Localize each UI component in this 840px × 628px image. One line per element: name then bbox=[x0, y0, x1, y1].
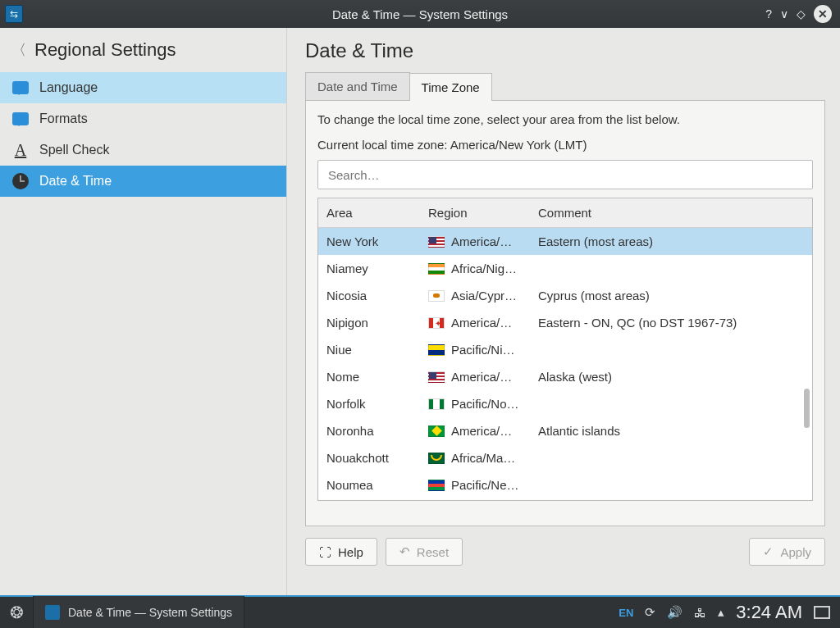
cell-region: America/… bbox=[423, 424, 528, 438]
cell-comment: Atlantic islands bbox=[528, 424, 812, 438]
flag-icon bbox=[428, 290, 445, 302]
table-row[interactable]: NiameyAfrica/Nig… bbox=[318, 255, 812, 282]
window-title: Date & Time — System Settings bbox=[332, 7, 508, 21]
cell-area: Nipigon bbox=[318, 316, 423, 330]
page-title: Date & Time bbox=[305, 39, 825, 62]
sidebar-item-date-time[interactable]: Date & Time bbox=[0, 166, 286, 197]
start-button[interactable]: ❂ bbox=[0, 596, 33, 628]
cell-region: America/… bbox=[423, 370, 528, 384]
cell-region: Pacific/No… bbox=[423, 397, 528, 411]
timezone-table: Area Region Comment New YorkAmerica/…Eas… bbox=[317, 198, 813, 501]
speech-bubble-icon bbox=[11, 110, 30, 128]
cell-region: Asia/Cypr… bbox=[423, 289, 528, 303]
cell-comment: Eastern - ON, QC (no DST 1967-73) bbox=[528, 316, 812, 330]
taskbar-task[interactable]: Date & Time — System Settings bbox=[33, 596, 244, 628]
cell-region: Africa/Nig… bbox=[423, 262, 528, 275]
spellcheck-icon: A bbox=[11, 141, 30, 159]
flag-icon bbox=[428, 371, 445, 383]
volume-icon[interactable]: 🔊 bbox=[667, 605, 682, 620]
reset-button[interactable]: ↶ Reset bbox=[386, 538, 463, 566]
table-row[interactable]: New YorkAmerica/…Eastern (most areas) bbox=[318, 228, 812, 255]
back-button[interactable]: 〈 Regional Settings bbox=[0, 28, 286, 72]
table-row[interactable]: NomeAmerica/…Alaska (west) bbox=[318, 363, 812, 390]
flag-icon bbox=[428, 480, 445, 491]
cell-region: Pacific/Ni… bbox=[423, 343, 528, 357]
speech-bubble-icon bbox=[11, 79, 30, 97]
network-icon[interactable]: 🖧 bbox=[694, 606, 706, 620]
sidebar-item-label: Spell Check bbox=[39, 143, 109, 157]
titlebar: ⇆ Date & Time — System Settings ? ∨ ◇ ✕ bbox=[0, 0, 840, 28]
minimize-icon[interactable]: ∨ bbox=[780, 7, 788, 20]
tab-time-zone[interactable]: Time Zone bbox=[410, 73, 492, 101]
table-row[interactable]: NiuePacific/Ni… bbox=[318, 336, 812, 363]
reset-button-label: Reset bbox=[417, 545, 449, 559]
search-input[interactable] bbox=[317, 160, 813, 189]
taskbar: ❂ Date & Time — System Settings EN ⟳ 🔊 🖧… bbox=[0, 595, 840, 628]
keyboard-layout-indicator[interactable]: EN bbox=[619, 607, 633, 619]
sidebar-item-label: Formats bbox=[39, 111, 88, 126]
flag-icon bbox=[428, 263, 445, 275]
scrollbar-thumb[interactable] bbox=[804, 389, 810, 428]
app-icon: ⇆ bbox=[5, 5, 23, 23]
tabs: Date and Time Time Zone bbox=[305, 72, 825, 100]
table-row[interactable]: NicosiaAsia/Cypr…Cyprus (most areas) bbox=[318, 282, 812, 309]
undo-icon: ↶ bbox=[399, 544, 410, 559]
task-label: Date & Time — System Settings bbox=[68, 606, 232, 619]
flag-icon bbox=[428, 236, 445, 248]
breadcrumb: Regional Settings bbox=[34, 39, 176, 61]
flag-icon bbox=[428, 425, 445, 437]
cell-area: Niamey bbox=[318, 262, 423, 275]
table-row[interactable]: NoronhaAmerica/…Atlantic islands bbox=[318, 417, 812, 444]
cell-region: America/… bbox=[423, 234, 528, 248]
cell-region: Pacific/Ne… bbox=[423, 478, 528, 492]
help-button[interactable]: ⛶ Help bbox=[305, 538, 377, 566]
cell-region: Africa/Ma… bbox=[423, 451, 528, 465]
cell-area: Nicosia bbox=[318, 289, 423, 303]
app-icon bbox=[45, 605, 60, 620]
sidebar-item-formats[interactable]: Formats bbox=[0, 103, 286, 134]
taskbar-clock[interactable]: 3:24 AM bbox=[736, 602, 802, 623]
instruction-text: To change the local time zone, select yo… bbox=[317, 112, 813, 126]
clock-icon bbox=[11, 172, 30, 190]
sidebar: 〈 Regional Settings Language Formats A S… bbox=[0, 28, 287, 595]
apply-button[interactable]: ✓ Apply bbox=[749, 538, 825, 566]
maximize-icon[interactable]: ◇ bbox=[797, 7, 806, 20]
cell-area: Norfolk bbox=[318, 397, 423, 411]
col-header-area[interactable]: Area bbox=[318, 206, 423, 220]
sidebar-item-language[interactable]: Language bbox=[0, 72, 286, 103]
cell-area: Noumea bbox=[318, 478, 423, 492]
table-row[interactable]: Nipigon✦America/…Eastern - ON, QC (no DS… bbox=[318, 309, 812, 336]
col-header-comment[interactable]: Comment bbox=[528, 206, 812, 220]
cell-area: Nouakchott bbox=[318, 451, 423, 465]
check-icon: ✓ bbox=[763, 544, 774, 559]
close-icon[interactable]: ✕ bbox=[814, 5, 832, 23]
sidebar-item-spell-check[interactable]: A Spell Check bbox=[0, 134, 286, 166]
table-row[interactable]: NouakchottAfrica/Ma… bbox=[318, 444, 812, 471]
sidebar-item-label: Language bbox=[39, 80, 98, 95]
cell-region: ✦America/… bbox=[423, 316, 528, 330]
flag-icon bbox=[428, 398, 445, 410]
cell-comment: Alaska (west) bbox=[528, 370, 812, 384]
tab-panel: To change the local time zone, select yo… bbox=[305, 100, 825, 526]
flag-icon: ✦ bbox=[428, 317, 445, 329]
cell-area: Niue bbox=[318, 343, 423, 357]
current-timezone-text: Current local time zone: America/New Yor… bbox=[317, 138, 813, 152]
table-row[interactable]: NorfolkPacific/No… bbox=[318, 390, 812, 417]
sidebar-item-label: Date & Time bbox=[39, 174, 112, 189]
apply-button-label: Apply bbox=[780, 545, 811, 559]
table-row[interactable]: NoumeaPacific/Ne… bbox=[318, 471, 812, 498]
cell-area: Noronha bbox=[318, 424, 423, 438]
chevron-left-icon: 〈 bbox=[11, 40, 26, 60]
cell-area: Nome bbox=[318, 370, 423, 384]
updates-icon[interactable]: ⟳ bbox=[645, 605, 655, 620]
flag-icon bbox=[428, 453, 445, 464]
help-maximize-icon: ⛶ bbox=[319, 545, 331, 559]
cell-comment: Cyprus (most areas) bbox=[528, 289, 812, 303]
tray-expand-icon[interactable]: ▴ bbox=[718, 605, 724, 620]
tab-date-and-time[interactable]: Date and Time bbox=[305, 72, 410, 100]
flag-icon bbox=[428, 344, 445, 356]
show-desktop-button[interactable] bbox=[814, 606, 830, 619]
help-button-label: Help bbox=[338, 545, 363, 559]
col-header-region[interactable]: Region bbox=[423, 206, 528, 220]
help-icon[interactable]: ? bbox=[765, 7, 772, 20]
